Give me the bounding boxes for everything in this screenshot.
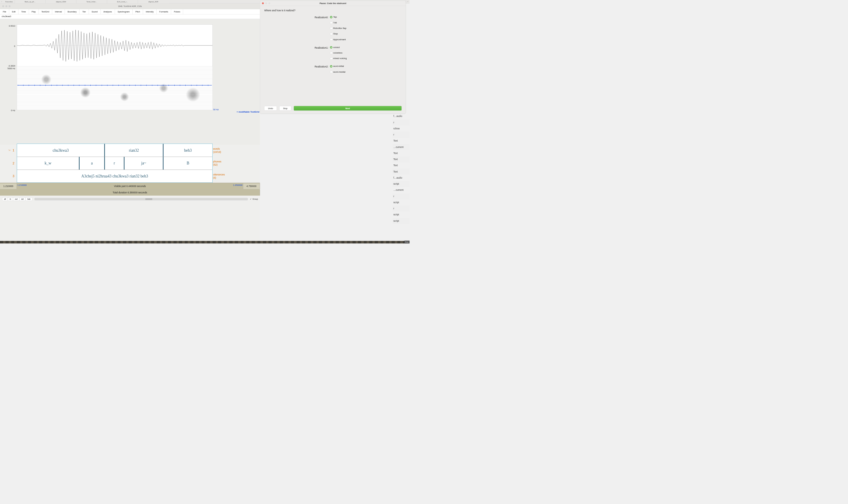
finder-tab[interactable]: aligned_SSM [46, 0, 76, 3]
radio-icon[interactable] [330, 38, 332, 40]
time-right-box[interactable]: 4.730000 [243, 183, 260, 189]
zoom-in-button[interactable]: in [8, 197, 13, 201]
menu-pitch[interactable]: Pitch [132, 9, 143, 14]
radio-icon[interactable] [330, 16, 332, 18]
tier-row-1[interactable]: ☞1chu3kwa3rian32beh3words(10/19) [17, 144, 212, 157]
radio-option[interactable]: Tap [330, 16, 347, 19]
radio-icon[interactable] [330, 71, 332, 73]
interval-cell[interactable]: chu3kwa3 [17, 144, 105, 157]
object-item[interactable]: script [392, 181, 409, 187]
interval-cell[interactable]: k_w [17, 157, 80, 169]
interval-cell[interactable]: ja~ [125, 157, 164, 169]
scrollbar-thumb[interactable] [145, 198, 152, 200]
menu-edit[interactable]: Edit [9, 9, 18, 14]
radio-option[interactable]: word-initial [330, 65, 345, 68]
zoom-icon[interactable] [9, 5, 11, 7]
object-item[interactable]: …cument [392, 187, 409, 193]
menu-pulses[interactable]: Pulses [171, 9, 183, 14]
object-item[interactable]: script [392, 218, 409, 224]
window-controls[interactable] [0, 5, 11, 7]
finder-tab[interactable]: ELN_tonal_i… [107, 0, 138, 3]
dialog-window-controls[interactable] [262, 2, 270, 4]
radio-option[interactable]: Stop [330, 33, 347, 35]
minimize-icon[interactable] [5, 5, 7, 7]
radio-icon[interactable] [330, 65, 332, 68]
radio-icon[interactable] [330, 57, 332, 60]
finder-tab[interactable]: Back_up_ph… [15, 0, 46, 3]
finder-tab[interactable]: aligned_ADR [138, 0, 169, 3]
menu-play[interactable]: Play [29, 9, 38, 14]
radio-icon[interactable] [330, 21, 332, 24]
radio-label: voiceless [333, 52, 342, 54]
next-button[interactable]: Next [294, 106, 402, 111]
radio-option[interactable]: Trill [330, 21, 347, 24]
group-checkbox[interactable]: ✓ Group [250, 198, 258, 200]
time-left-box[interactable]: 1.210000 [0, 183, 17, 189]
finder-tab[interactable]: Tonal_imitat… [76, 0, 107, 3]
tier-row-3[interactable]: 3A3chej5 ni2hrua43 chu3kwa3 rian32 beh3u… [17, 169, 212, 182]
object-item[interactable]: r [392, 205, 409, 212]
menu-spectrogram[interactable]: Spectrogram [115, 9, 132, 14]
object-item[interactable]: Text [392, 156, 409, 162]
close-icon[interactable] [2, 5, 4, 7]
waveform[interactable] [17, 24, 213, 67]
object-item[interactable]: script [392, 212, 409, 218]
object-list[interactable]: f…audiorrchiverText…cumentTextTextTextTe… [392, 113, 409, 224]
menu-analyses[interactable]: Analyses [101, 9, 115, 14]
radio-option[interactable]: voiceless [330, 52, 347, 54]
total-duration[interactable]: Total duration 6.380000 seconds [0, 190, 260, 195]
object-item[interactable]: Text [392, 138, 409, 144]
interval-cell[interactable]: beh3 [164, 144, 213, 157]
textgrid-tiers[interactable]: ☞1chu3kwa3rian32beh3words(10/19)2k_warja… [17, 144, 213, 183]
object-item[interactable]: Text [392, 162, 409, 168]
menu-time[interactable]: Time [19, 9, 29, 14]
object-item[interactable]: script [392, 199, 409, 205]
radio-option[interactable]: Approximant [330, 38, 347, 41]
menu-textgrid[interactable]: TextGrid [38, 9, 52, 14]
menu-tier[interactable]: Tier [80, 9, 89, 14]
object-item[interactable]: Text [392, 150, 409, 156]
radio-option[interactable]: mixed voicing [330, 57, 347, 60]
object-item[interactable]: r [392, 119, 409, 125]
undo-button[interactable]: Undo [264, 106, 277, 111]
menu-formants[interactable]: Formants [156, 9, 171, 14]
zoom-out-button[interactable]: out [13, 197, 19, 201]
radio-option[interactable]: voiced [330, 46, 347, 49]
radio-icon[interactable] [330, 46, 332, 48]
menu-intensity[interactable]: Intensity [143, 9, 157, 14]
zoom-all-button[interactable]: all [2, 197, 8, 201]
object-item[interactable]: r [392, 132, 409, 138]
back-icon[interactable]: ‹ [0, 1, 3, 3]
radio-option[interactable]: word-medial [330, 71, 345, 73]
object-item[interactable]: f…audio [392, 113, 409, 119]
visible-span[interactable]: 1.210000 Visible part 0.440000 seconds 1… [17, 183, 243, 189]
interval-cell[interactable]: r [105, 157, 124, 169]
radio-icon[interactable] [330, 27, 332, 29]
time-scrollbar[interactable] [34, 198, 248, 200]
zoom-sel-button[interactable]: sel [19, 197, 25, 201]
tier-row-2[interactable]: 2k_warja~Bphones(52) [17, 157, 212, 169]
pitch-hz-label: 50 Hz [213, 108, 219, 111]
modifiable-textgrid-text: modifiable TextGrid [238, 111, 259, 113]
radio-option[interactable]: Retroflex flap [330, 27, 347, 30]
interval-cell[interactable]: A3chej5 ni2hrua43 chu3kwa3 rian32 beh3 [17, 169, 212, 182]
menu-sound[interactable]: Sound [89, 9, 101, 14]
object-item[interactable]: …cument [392, 144, 409, 150]
new-tab-button[interactable]: + [406, 1, 410, 3]
zoom-bak-button[interactable]: bak [25, 197, 32, 201]
interval-cell[interactable]: a [80, 157, 105, 169]
spectrogram[interactable] [17, 66, 213, 110]
object-item[interactable]: Text [392, 168, 409, 175]
stop-button[interactable]: Stop [279, 106, 291, 111]
object-item[interactable]: f…audio [392, 175, 409, 181]
interval-cell[interactable]: B [164, 157, 213, 169]
radio-icon[interactable] [330, 52, 332, 54]
interval-cell[interactable]: rian32 [105, 144, 163, 157]
object-item[interactable]: r [392, 193, 409, 199]
radio-icon[interactable] [330, 33, 332, 35]
close-icon[interactable] [262, 2, 264, 4]
menu-file[interactable]: File [0, 9, 9, 14]
menu-boundary[interactable]: Boundary [65, 9, 80, 14]
menu-interval[interactable]: Interval [52, 9, 65, 14]
object-item[interactable]: rchive [392, 126, 409, 132]
